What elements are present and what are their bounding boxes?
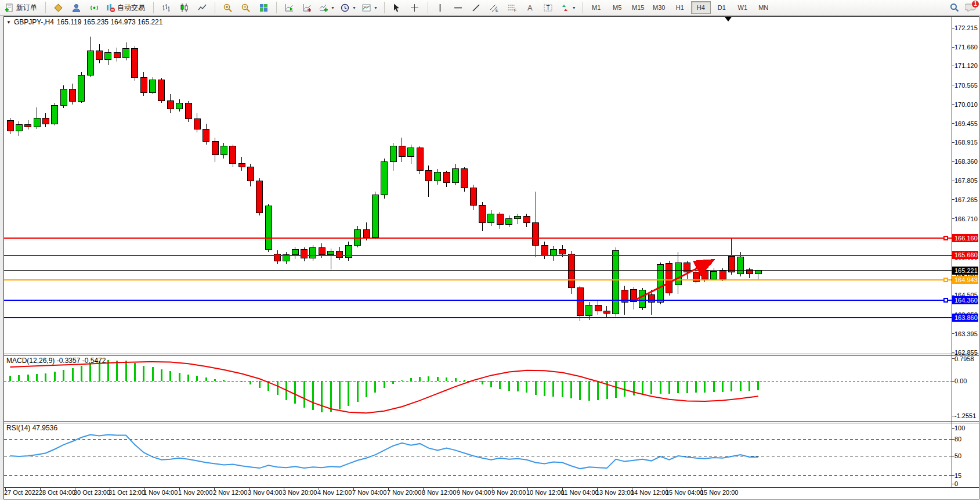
templates-button[interactable]: ▼ (359, 1, 380, 15)
chart-shift-marker[interactable] (725, 17, 732, 21)
timeframe-button-w1[interactable]: W1 (733, 1, 753, 14)
price-tick-label: 168.915 (954, 139, 978, 146)
clock-icon (340, 3, 350, 13)
timeframe-button-m30[interactable]: M30 (649, 1, 669, 14)
timeframe-button-h1[interactable]: H1 (670, 1, 690, 14)
periods-dropdown-caret[interactable]: ▼ (352, 6, 356, 10)
price-tick-label: 170.565 (954, 82, 978, 89)
ohlc-values-label: 165.119 165.235 164.973 165.221 (57, 18, 163, 26)
chart-window: ▼ GBPJPY-,H4 165.119 165.235 164.973 165… (3, 16, 979, 499)
macd-pane[interactable] (4, 356, 952, 421)
toolbar-separator (211, 2, 215, 13)
time-axis[interactable]: 27 Oct 202228 Oct 04:0030 Oct 23:0031 Oc… (4, 488, 952, 499)
arrows-shapes-icon (560, 3, 570, 13)
community-button[interactable] (67, 1, 85, 15)
crosshair-tool-button[interactable] (406, 1, 424, 15)
price-level-label[interactable]: 166.160 (952, 234, 978, 242)
pane-divider-macd[interactable] (4, 354, 979, 356)
pane-divider-rsi[interactable] (4, 421, 979, 423)
zoom-in-button[interactable] (219, 1, 236, 15)
vertical-line-tool-button[interactable] (432, 1, 449, 15)
text-label-icon: T (543, 3, 553, 13)
timeframe-button-mn[interactable]: MN (754, 1, 773, 14)
indicators-dropdown-caret[interactable]: ▼ (331, 6, 335, 10)
timeframe-button-d1[interactable]: D1 (712, 1, 732, 14)
toolbar-separator (424, 2, 428, 13)
price-tick-label: 170.010 (954, 101, 978, 108)
price-level-label[interactable]: 164.943 (952, 276, 978, 284)
vertical-line-icon (435, 3, 445, 13)
chat-badge: 1 (972, 1, 979, 8)
timeframe-button-m1[interactable]: M1 (587, 1, 606, 14)
trendline-icon (471, 3, 481, 13)
price-level-label[interactable]: 163.860 (952, 314, 978, 322)
price-axis[interactable]: 172.215171.660171.120170.565170.010169.4… (952, 17, 979, 487)
time-axis-separator (4, 487, 979, 488)
price-level-label[interactable]: 164.360 (952, 296, 978, 304)
candlestick-chart-button[interactable] (175, 1, 193, 15)
chat-button[interactable]: 1 (964, 1, 978, 14)
periods-button[interactable]: ▼ (338, 1, 359, 15)
line-chart-icon (197, 3, 207, 13)
toolbar-separator (150, 2, 154, 13)
rsi-tick-label: 15 (954, 472, 961, 479)
tile-windows-button[interactable] (255, 1, 272, 15)
macd-tick-label: 0.7958 (954, 355, 974, 362)
timeframe-button-m15[interactable]: M15 (628, 1, 648, 14)
tile-windows-icon (259, 3, 269, 13)
text-tool-button[interactable]: A (522, 1, 539, 15)
fibonacci-tool-button[interactable]: F (504, 1, 521, 15)
zoom-out-button[interactable] (237, 1, 254, 15)
price-tick-label: 167.805 (954, 177, 978, 184)
time-tick-label: 15 Nov 04:00 (666, 489, 703, 496)
cursor-icon (392, 3, 402, 13)
new-order-icon (5, 3, 15, 13)
zoom-in-icon (223, 3, 233, 13)
time-tick-label: 7 Nov 04:00 (352, 489, 386, 496)
horizontal-line-tool-button[interactable] (450, 1, 467, 15)
crosshair-icon (410, 3, 420, 13)
price-tick-label: 172.215 (954, 24, 978, 31)
person-icon (71, 3, 81, 13)
rsi-tick-label: 100 (954, 425, 965, 431)
arrows-dropdown-caret[interactable]: ▼ (572, 6, 576, 10)
indicators-button[interactable]: ▼ (316, 1, 337, 15)
new-order-button[interactable]: 新订单 (2, 1, 41, 15)
time-tick-label: 9 Nov 04:00 (457, 489, 491, 496)
rsi-pane[interactable] (4, 423, 952, 487)
signals-button[interactable] (85, 1, 103, 15)
time-tick-label: 3 Nov 04:00 (248, 489, 282, 496)
time-tick-label: 1 Nov 20:00 (178, 489, 212, 496)
main-chart-pane[interactable] (4, 17, 952, 354)
price-tick-label: 168.360 (954, 158, 978, 165)
time-tick-label: 30 Oct 23:00 (74, 489, 110, 496)
market-button[interactable] (49, 1, 67, 15)
timeframe-group: M1M5M15M30H1H4D1W1MN (587, 1, 773, 14)
one-click-trading-arrow[interactable]: ▼ (6, 20, 11, 25)
chart-profile-button[interactable] (298, 1, 316, 15)
price-level-label[interactable]: 165.660 (952, 251, 978, 259)
svg-text:A: A (527, 3, 533, 12)
timeframe-button-m5[interactable]: M5 (607, 1, 627, 14)
arrows-tool-button[interactable]: ▼ (558, 1, 578, 15)
svg-text:T: T (547, 5, 550, 11)
fibonacci-icon: F (507, 3, 517, 13)
bar-chart-button[interactable] (157, 1, 175, 15)
templates-dropdown-caret[interactable]: ▼ (374, 6, 378, 10)
auto-trading-button[interactable]: 自动交易 (103, 1, 149, 15)
time-tick-label: 4 Nov 12:00 (317, 489, 352, 496)
rsi-tick-label: 0 (954, 480, 958, 487)
trendline-tool-button[interactable] (468, 1, 485, 15)
channel-icon: E (489, 3, 499, 13)
svg-text:F: F (514, 8, 516, 12)
cursor-tool-button[interactable] (388, 1, 406, 15)
line-chart-button[interactable] (193, 1, 211, 15)
timeframe-button-h4[interactable]: H4 (691, 1, 711, 14)
equidistant-channel-tool-button[interactable]: E (486, 1, 503, 15)
new-chart-button[interactable] (280, 1, 298, 15)
templates-icon (361, 3, 371, 13)
svg-text:E: E (496, 8, 498, 12)
time-tick-label: 28 Oct 04:00 (39, 489, 75, 496)
text-label-tool-button[interactable]: T (540, 1, 557, 15)
search-button[interactable] (946, 1, 963, 15)
